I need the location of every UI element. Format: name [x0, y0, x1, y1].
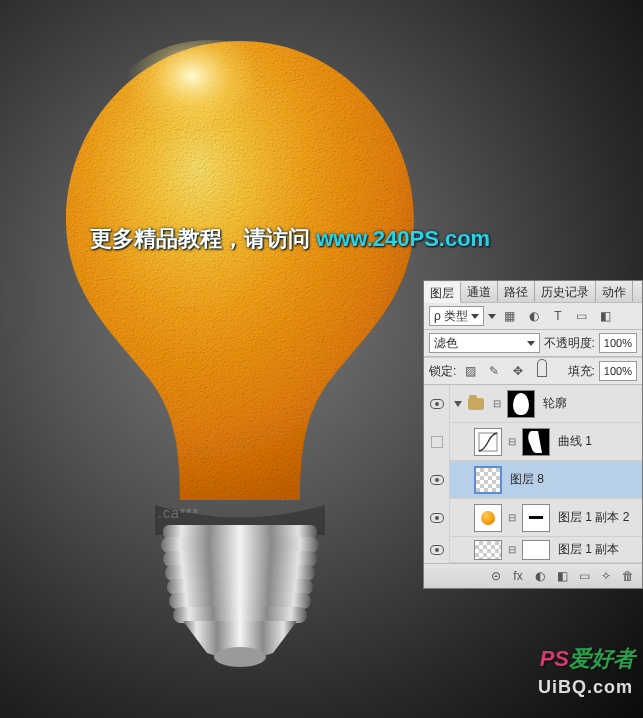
- opacity-input[interactable]: 100%: [599, 333, 637, 353]
- blend-mode-value: 滤色: [434, 335, 458, 352]
- layer-name[interactable]: 图层 1 副本 2: [554, 509, 629, 526]
- link-layers-icon[interactable]: ⊝: [486, 567, 506, 585]
- layer-mask-thumb[interactable]: [522, 428, 550, 456]
- filter-adjust-icon[interactable]: ◐: [524, 306, 544, 326]
- tab-history[interactable]: 历史记录: [535, 281, 596, 302]
- layer-curves-1[interactable]: ⊟ 曲线 1: [424, 423, 642, 461]
- chevron-down-icon[interactable]: [488, 314, 496, 319]
- blend-row: 滤色 不透明度: 100%: [424, 330, 642, 357]
- folder-icon: [468, 398, 484, 410]
- minus-icon: [529, 516, 543, 519]
- group-collapse-icon[interactable]: [454, 401, 462, 407]
- svg-rect-3: [163, 551, 317, 567]
- watermark-ps: PS: [540, 646, 569, 671]
- add-mask-icon[interactable]: ◐: [530, 567, 550, 585]
- watermark-aihao: 爱好者: [569, 646, 635, 671]
- tab-paths[interactable]: 路径: [498, 281, 535, 302]
- fx-icon[interactable]: fx: [508, 567, 528, 585]
- layer-name[interactable]: 图层 1 副本: [554, 541, 619, 558]
- layers-panel: 图层 通道 路径 历史记录 动作 ρ 类型 ▦ ◐ T ▭ ◧ 滤色 不透明度:: [423, 280, 643, 589]
- tab-layers[interactable]: 图层: [424, 282, 461, 303]
- adjustment-thumb[interactable]: [474, 428, 502, 456]
- layer-thumb[interactable]: [474, 540, 502, 560]
- kind-label: 类型: [444, 308, 468, 325]
- fill-value: 100%: [600, 365, 636, 377]
- eye-icon: [430, 545, 444, 555]
- lightbulb-artwork: [60, 35, 420, 655]
- lock-pixels-icon[interactable]: ✎: [484, 361, 504, 381]
- visibility-off-icon: [431, 436, 443, 448]
- link-icon: ⊟: [506, 436, 518, 447]
- watermark-ps-aihao: PS爱好者: [540, 644, 635, 674]
- opacity-value: 100%: [600, 337, 636, 349]
- svg-point-0: [100, 40, 320, 220]
- kind-select[interactable]: ρ 类型: [429, 306, 484, 326]
- tab-channels[interactable]: 通道: [461, 281, 498, 302]
- lock-row: 锁定: ▨ ✎ ✥ 填充: 100%: [424, 357, 642, 385]
- layer-name[interactable]: 图层 8: [506, 471, 544, 488]
- promo-text-cn: 更多精品教程，请访问: [90, 226, 316, 251]
- layer-group-outline[interactable]: ⊟ 轮廓: [424, 385, 642, 423]
- svg-rect-5: [167, 579, 313, 595]
- layer-name[interactable]: 轮廓: [539, 395, 567, 412]
- lock-position-icon[interactable]: ✥: [508, 361, 528, 381]
- link-icon: ⊟: [491, 398, 503, 409]
- layer-1-copy[interactable]: ⊟ 图层 1 副本: [424, 537, 642, 563]
- watermark-caixia: .ca***: [158, 505, 199, 521]
- filter-text-icon[interactable]: T: [548, 306, 568, 326]
- curves-icon: [478, 432, 498, 452]
- eye-icon: [430, 399, 444, 409]
- new-group-icon[interactable]: ▭: [574, 567, 594, 585]
- link-icon: ⊟: [506, 544, 518, 555]
- new-layer-icon[interactable]: ✧: [596, 567, 616, 585]
- bulb-socket: [155, 525, 325, 675]
- blend-mode-select[interactable]: 滤色: [429, 333, 540, 353]
- watermark-uibq: UiBQ.com: [538, 677, 633, 698]
- layer-name[interactable]: 曲线 1: [554, 433, 592, 450]
- lock-label: 锁定:: [429, 363, 456, 380]
- layer-mask-thumb[interactable]: [522, 540, 550, 560]
- svg-rect-6: [169, 593, 311, 609]
- layer-thumb[interactable]: [474, 504, 502, 532]
- visibility-toggle[interactable]: [424, 537, 450, 563]
- lock-all-icon[interactable]: [532, 361, 552, 381]
- chevron-down-icon: [527, 341, 535, 346]
- fill-label: 填充:: [568, 363, 595, 380]
- delete-layer-icon[interactable]: 🗑: [618, 567, 638, 585]
- layer-1-copy-2[interactable]: ⊟ 图层 1 副本 2: [424, 499, 642, 537]
- svg-point-8: [214, 647, 266, 667]
- panel-tabs: 图层 通道 路径 历史记录 动作: [424, 281, 642, 303]
- panel-bottom-bar: ⊝ fx ◐ ◧ ▭ ✧ 🗑: [424, 563, 642, 588]
- promo-url: www.240PS.com: [316, 226, 490, 251]
- layer-mask-thumb[interactable]: [522, 504, 550, 532]
- rho-icon: ρ: [434, 309, 441, 323]
- visibility-toggle[interactable]: [424, 461, 450, 499]
- filter-shape-icon[interactable]: ▭: [572, 306, 592, 326]
- visibility-toggle[interactable]: [424, 423, 450, 461]
- opacity-label: 不透明度:: [544, 335, 595, 352]
- layers-list: ⊟ 轮廓 ⊟ 曲线 1: [424, 385, 642, 563]
- svg-rect-4: [165, 565, 315, 581]
- lock-transparent-icon[interactable]: ▨: [460, 361, 480, 381]
- visibility-toggle[interactable]: [424, 499, 450, 537]
- tab-actions[interactable]: 动作: [596, 281, 633, 302]
- visibility-toggle[interactable]: [424, 385, 450, 423]
- fill-input[interactable]: 100%: [599, 361, 637, 381]
- filter-type-row: ρ 类型 ▦ ◐ T ▭ ◧: [424, 303, 642, 330]
- filter-smart-icon[interactable]: ◧: [596, 306, 616, 326]
- new-adjustment-icon[interactable]: ◧: [552, 567, 572, 585]
- layer-mask-thumb[interactable]: [507, 390, 535, 418]
- bulb-glass: [60, 35, 420, 535]
- layer-thumb[interactable]: [474, 466, 502, 494]
- svg-rect-7: [173, 607, 307, 623]
- filter-pixel-icon[interactable]: ▦: [500, 306, 520, 326]
- svg-rect-1: [163, 525, 317, 539]
- svg-rect-2: [161, 537, 319, 553]
- chevron-down-icon: [471, 314, 479, 319]
- link-icon: ⊟: [506, 512, 518, 523]
- promo-text: 更多精品教程，请访问 www.240PS.com: [90, 224, 490, 254]
- canvas-background: 更多精品教程，请访问 www.240PS.com .ca*** 图层 通道 路径…: [0, 0, 643, 718]
- layer-8[interactable]: 图层 8: [424, 461, 642, 499]
- eye-icon: [430, 475, 444, 485]
- eye-icon: [430, 513, 444, 523]
